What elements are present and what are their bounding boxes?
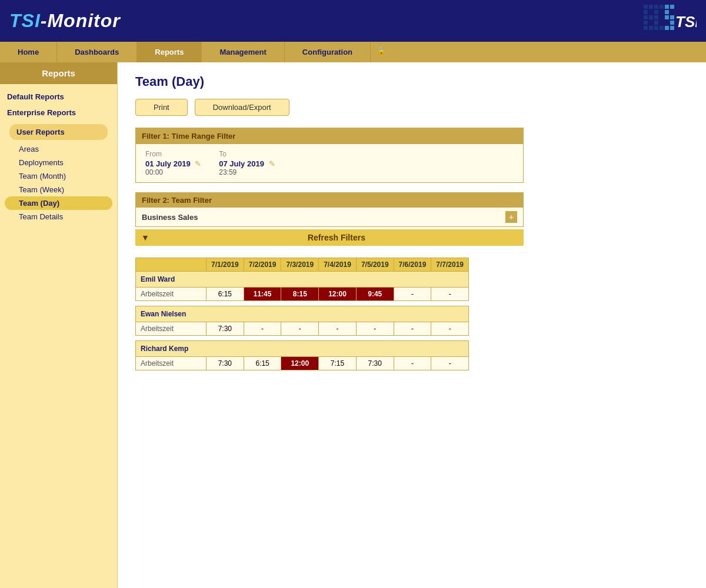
sidebar-item-team-month[interactable]: Team (Month) [5,169,112,183]
filter-1-body: From 01 July 2019 ✎ 00:00 To 07 July 201… [136,144,523,182]
person-name: Ewan Nielsen [136,306,469,322]
table-header-date-1: 7/1/2019 [207,258,244,272]
filter-to-edit-icon[interactable]: ✎ [269,159,275,168]
print-button[interactable]: Print [135,99,188,116]
sidebar-item-default-reports[interactable]: Default Reports [0,89,117,105]
table-cell: 7:30 [207,357,244,370]
nav-item-configuration[interactable]: Configuration [285,42,371,62]
refresh-filters-bar[interactable]: ▼ Refresh Filters [135,229,524,246]
table-row: Richard Kemp [136,341,469,357]
table-cell: - [431,322,469,336]
table-cell: - [356,322,394,336]
table-cell: - [394,357,431,370]
title-tsi: TSI [9,10,41,31]
table-cell: 7:15 [319,357,357,370]
app-title: TSI-Monitor [9,10,121,32]
nav-item-home[interactable]: Home [0,42,57,62]
page-title: Team (Day) [135,74,688,89]
tsi-logo-icon: TSI [644,5,697,37]
filter-2-header: Filter 2: Team Filter [136,193,523,208]
sidebar-item-team-details[interactable]: Team Details [5,210,112,223]
svg-rect-13 [654,26,658,30]
table-cell: - [244,322,281,336]
svg-rect-19 [670,15,674,19]
person-name: Emil Ward [136,272,469,288]
svg-rect-17 [665,10,669,14]
sidebar-item-team-day[interactable]: Team (Day) [5,196,112,210]
data-table: 7/1/2019 7/2/2019 7/3/2019 7/4/2019 7/5/… [135,258,469,370]
sidebar-header: Reports [0,62,117,84]
svg-rect-5 [654,10,658,14]
sidebar-group-user-reports: User Reports [9,124,108,140]
table-header-row: 7/1/2019 7/2/2019 7/3/2019 7/4/2019 7/5/… [136,258,469,272]
filter-to-date-row: 07 July 2019 ✎ [219,159,275,168]
lock-icon: 🔒 [371,42,392,62]
table-cell: 11:45 [244,288,281,301]
svg-rect-8 [654,15,658,19]
filter-1-header: Filter 1: Time Range Filter [136,128,523,144]
sidebar-item-areas[interactable]: Areas [5,142,112,156]
svg-rect-0 [644,5,648,9]
filter-from-edit-icon[interactable]: ✎ [195,159,201,168]
table-data-row: Arbeitszeit7:306:1512:007:157:30-- [136,357,469,370]
add-team-button[interactable]: + [505,211,517,223]
table-row: Ewan Nielsen [136,306,469,322]
filter-from-date-row: 01 July 2019 ✎ [145,159,201,168]
table-cell: - [319,322,357,336]
svg-rect-4 [644,10,648,14]
person-name: Richard Kemp [136,341,469,357]
table-cell: 7:30 [356,357,394,370]
table-header-date-2: 7/2/2019 [244,258,281,272]
table-header-date-3: 7/3/2019 [281,258,319,272]
sidebar: Reports Default Reports Enterprise Repor… [0,62,118,588]
filter-to-date: 07 July 2019 [219,159,264,168]
table-cell: - [281,322,319,336]
svg-rect-11 [644,26,648,30]
sidebar-item-deployments[interactable]: Deployments [5,156,112,169]
filter-team-name: Business Sales [142,213,198,222]
filter-from-date: 01 July 2019 [145,159,191,168]
table-spacer-row [136,301,469,306]
main-content: Team (Day) Print Download/Export Filter … [118,62,706,588]
table-cell: 7:30 [207,322,244,336]
filter-1-box: Filter 1: Time Range Filter From 01 July… [135,128,524,183]
svg-rect-22 [670,26,674,30]
table-cell: 6:15 [244,357,281,370]
download-button[interactable]: Download/Export [195,99,289,116]
svg-rect-7 [649,15,653,19]
table-cell: - [431,357,469,370]
svg-rect-18 [665,15,669,19]
header: TSI-Monitor TSI [0,0,706,42]
refresh-filters-label: Refresh Filters [155,233,518,242]
svg-rect-14 [660,26,664,30]
table-header-name [136,258,207,272]
table-header-date-6: 7/6/2019 [394,258,431,272]
table-data-row: Arbeitszeit7:30------ [136,322,469,336]
svg-rect-20 [670,21,674,25]
filter-2-body: Business Sales + [136,208,523,226]
table-header-date-5: 7/5/2019 [356,258,394,272]
svg-rect-6 [644,15,648,19]
title-monitor: -Monitor [41,10,121,31]
table-cell: - [394,288,431,301]
table-cell: 6:15 [207,288,244,301]
filter-from-time: 00:00 [145,168,201,176]
table-data-row: Arbeitszeit6:1511:458:1512:009:45-- [136,288,469,301]
sidebar-item-enterprise-reports[interactable]: Enterprise Reports [0,105,117,121]
row-label: Arbeitszeit [136,357,207,370]
nav-item-dashboards[interactable]: Dashboards [57,42,137,62]
nav-item-reports[interactable]: Reports [137,42,202,62]
header-right: TSI [644,5,697,37]
action-buttons: Print Download/Export [135,99,688,116]
filter-to-label: To [219,150,275,158]
sidebar-item-team-week[interactable]: Team (Week) [5,183,112,196]
table-cell: 12:00 [319,288,357,301]
nav-item-management[interactable]: Management [202,42,284,62]
table-cell: 9:45 [356,288,394,301]
svg-text:TSI: TSI [675,13,697,31]
filter-2-box: Filter 2: Team Filter Business Sales + [135,192,524,227]
row-label: Arbeitszeit [136,322,207,336]
table-cell: 12:00 [281,357,319,370]
table-spacer-row [136,336,469,341]
layout: Reports Default Reports Enterprise Repor… [0,62,706,588]
